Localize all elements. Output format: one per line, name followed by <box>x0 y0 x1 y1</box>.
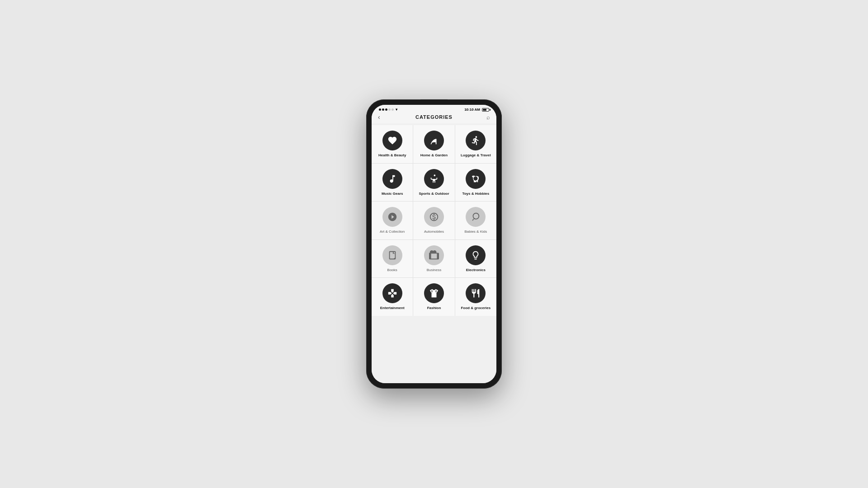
phone-screen: ▾ 10:10 AM ‹ CATEGORIES ⌕ <box>372 105 496 383</box>
top-bar: ‹ CATEGORIES ⌕ <box>372 113 496 123</box>
toys-hobbies-label: Toys & Hobbies <box>462 192 489 196</box>
category-row-4: Books Business Ele <box>372 240 496 278</box>
page-title: CATEGORIES <box>415 114 453 120</box>
category-entertainment[interactable]: Entertainment <box>372 278 413 316</box>
business-icon <box>424 245 444 265</box>
electronics-icon <box>466 245 486 265</box>
entertainment-label: Entertainment <box>380 306 405 310</box>
books-icon <box>382 245 402 265</box>
sports-outdoor-label: Sports & Outdoor <box>419 192 449 196</box>
entertainment-icon <box>382 283 402 303</box>
time-display: 10:10 AM <box>464 108 480 112</box>
category-home-garden[interactable]: Home & Garden <box>413 125 455 163</box>
music-gears-label: Music Gears <box>382 192 403 196</box>
status-right: 10:10 AM <box>464 108 489 112</box>
signal-area: ▾ <box>379 108 397 112</box>
luggage-travel-icon <box>466 131 486 150</box>
category-art-collection[interactable]: Art & Collection <box>372 202 413 239</box>
category-toys-hobbies[interactable]: Toys & Hobbies <box>455 164 496 202</box>
babies-kids-icon <box>466 207 486 227</box>
category-row-5: Entertainment Fashion <box>372 278 496 316</box>
search-button[interactable]: ⌕ <box>486 114 490 121</box>
signal-dot-3 <box>385 108 387 111</box>
home-garden-icon <box>424 131 444 150</box>
health-beauty-label: Health & Beauty <box>378 153 406 158</box>
art-collection-icon <box>382 207 402 227</box>
sports-outdoor-icon <box>424 169 444 189</box>
art-collection-label: Art & Collection <box>380 230 405 234</box>
signal-dot-4 <box>388 108 391 111</box>
status-bar: ▾ 10:10 AM <box>372 105 496 113</box>
category-row-2: Music Gears Sports & Outdoor <box>372 164 496 202</box>
music-gears-icon <box>382 169 402 189</box>
category-food-groceries[interactable]: Food & groceries <box>455 278 496 316</box>
business-label: Business <box>427 268 441 272</box>
battery-fill <box>483 109 486 111</box>
electronics-label: Electronics <box>466 268 486 272</box>
signal-dot-2 <box>382 108 384 111</box>
home-garden-label: Home & Garden <box>420 153 448 158</box>
fashion-label: Fashion <box>427 306 441 310</box>
signal-dot-1 <box>379 108 381 111</box>
phone-frame: ▾ 10:10 AM ‹ CATEGORIES ⌕ <box>366 99 502 389</box>
categories-grid: Health & Beauty Home & Garden <box>372 123 496 383</box>
category-electronics[interactable]: Electronics <box>455 240 496 278</box>
health-beauty-icon <box>382 131 402 150</box>
category-business[interactable]: Business <box>413 240 455 278</box>
wifi-icon: ▾ <box>396 108 397 112</box>
category-music-gears[interactable]: Music Gears <box>372 164 413 202</box>
toys-hobbies-icon <box>466 169 486 189</box>
back-button[interactable]: ‹ <box>378 113 380 121</box>
luggage-travel-label: Luggage & Travel <box>461 153 491 158</box>
signal-dot-5 <box>392 108 394 111</box>
category-automobiles[interactable]: Automobiles <box>413 202 455 239</box>
food-groceries-label: Food & groceries <box>461 306 491 310</box>
babies-kids-label: Babies & Kids <box>464 230 487 234</box>
food-groceries-icon <box>466 283 486 303</box>
category-luggage-travel[interactable]: Luggage & Travel <box>455 125 496 163</box>
notch <box>420 99 448 102</box>
category-sports-outdoor[interactable]: Sports & Outdoor <box>413 164 455 202</box>
battery-icon <box>482 108 489 112</box>
books-label: Books <box>387 268 397 272</box>
category-row-3: Art & Collection Automobiles <box>372 202 496 240</box>
category-books[interactable]: Books <box>372 240 413 278</box>
automobiles-label: Automobiles <box>424 230 444 234</box>
category-health-beauty[interactable]: Health & Beauty <box>372 125 413 163</box>
category-row-1: Health & Beauty Home & Garden <box>372 125 496 164</box>
fashion-icon <box>424 283 444 303</box>
category-fashion[interactable]: Fashion <box>413 278 455 316</box>
category-babies-kids[interactable]: Babies & Kids <box>455 202 496 239</box>
automobiles-icon <box>424 207 444 227</box>
